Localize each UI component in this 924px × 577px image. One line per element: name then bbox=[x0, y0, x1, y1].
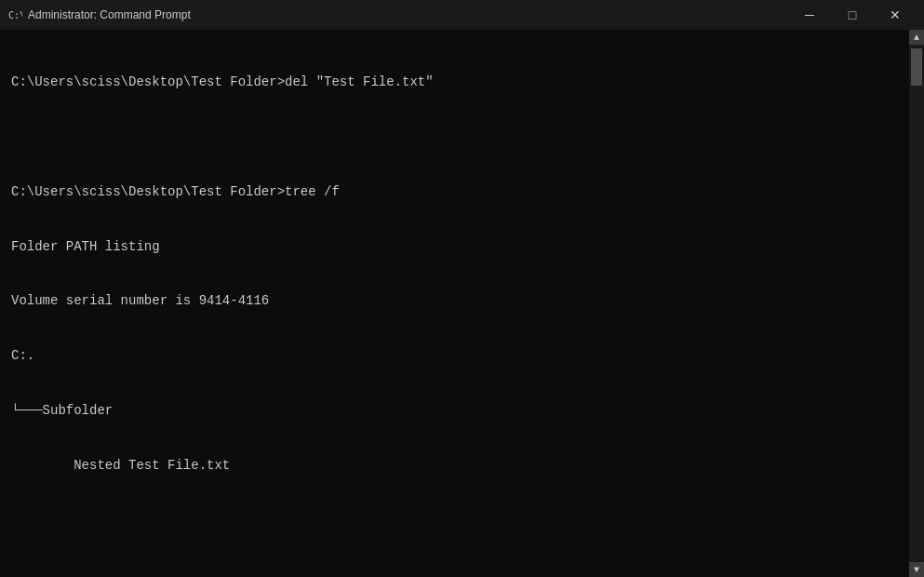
svg-text:C:\: C:\ bbox=[8, 10, 22, 20]
terminal-line-6: C:. bbox=[11, 347, 898, 366]
scrollbar-thumb[interactable] bbox=[911, 48, 922, 86]
scrollbar[interactable]: ▲ ▼ bbox=[909, 30, 924, 577]
terminal-line-4: Folder PATH listing bbox=[11, 238, 898, 257]
terminal-line-2 bbox=[11, 128, 898, 147]
terminal-line-5: Volume serial number is 9414-4116 bbox=[11, 292, 898, 311]
window: C:\ Administrator: Command Prompt ─ □ ✕ … bbox=[0, 0, 924, 577]
terminal-line-1: C:\Users\sciss\Desktop\Test Folder>del "… bbox=[11, 74, 898, 92]
terminal-line-8: Nested Test File.txt bbox=[11, 457, 898, 476]
maximize-button[interactable]: □ bbox=[831, 0, 874, 30]
minimize-button[interactable]: ─ bbox=[788, 0, 831, 30]
terminal-line-10 bbox=[11, 566, 898, 577]
terminal-line-9 bbox=[11, 511, 898, 530]
terminal-line-7: └───Subfolder bbox=[11, 402, 898, 421]
close-button[interactable]: ✕ bbox=[874, 0, 917, 30]
cmd-icon: C:\ bbox=[7, 7, 22, 22]
title-bar: C:\ Administrator: Command Prompt ─ □ ✕ bbox=[0, 0, 924, 30]
title-bar-controls: ─ □ ✕ bbox=[788, 0, 917, 30]
title-bar-left: C:\ Administrator: Command Prompt bbox=[7, 7, 191, 22]
window-title: Administrator: Command Prompt bbox=[28, 8, 191, 21]
window-content: C:\Users\sciss\Desktop\Test Folder>del "… bbox=[0, 30, 924, 577]
terminal-line-3: C:\Users\sciss\Desktop\Test Folder>tree … bbox=[11, 183, 898, 202]
terminal-area[interactable]: C:\Users\sciss\Desktop\Test Folder>del "… bbox=[0, 30, 909, 577]
scroll-down-arrow[interactable]: ▼ bbox=[909, 562, 924, 577]
scroll-up-arrow[interactable]: ▲ bbox=[909, 30, 924, 45]
scrollbar-track[interactable] bbox=[909, 45, 924, 562]
